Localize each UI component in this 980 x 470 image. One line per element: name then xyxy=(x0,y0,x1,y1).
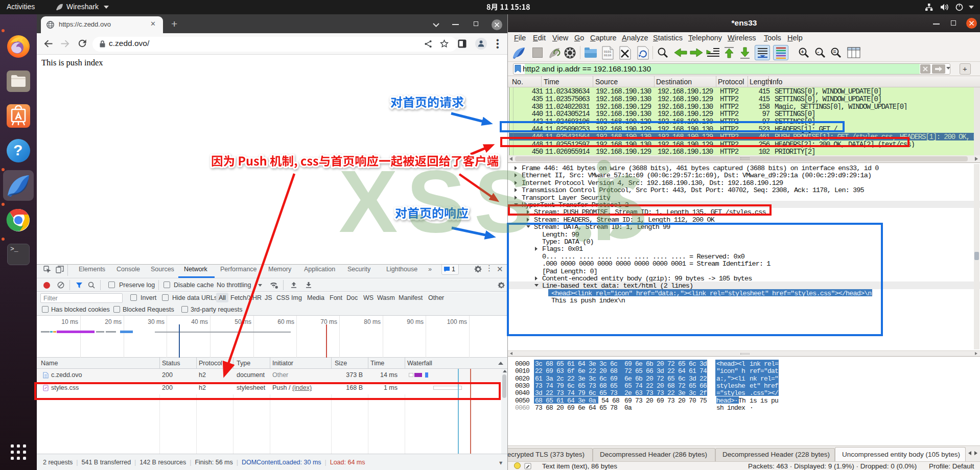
svg-text:+: + xyxy=(801,49,804,55)
svg-text:-: - xyxy=(818,49,819,55)
svg-text:0110: 0110 xyxy=(604,54,612,57)
svg-text:=: = xyxy=(833,49,836,55)
svg-text:0101: 0101 xyxy=(604,50,612,54)
